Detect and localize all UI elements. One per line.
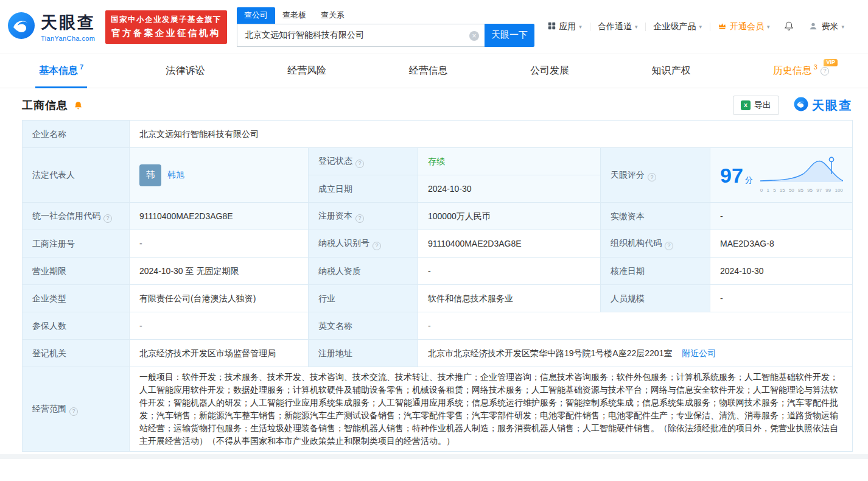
legal-rep-label: 法定代表人: [23, 148, 130, 203]
tab-risk[interactable]: 经营风险: [287, 54, 326, 88]
reg-authority-value: 北京经济技术开发区市场监督管理局: [130, 340, 309, 367]
tab-legal[interactable]: 法律诉讼: [166, 54, 205, 88]
tianyancha-logo[interactable]: 天眼查 TianYanCha.com: [7, 12, 96, 42]
legal-rep-link[interactable]: 韩旭: [167, 169, 184, 181]
tab-operation-label: 经营信息: [408, 65, 447, 77]
page-bottom-strip: [0, 454, 868, 459]
top-bar: 天眼查 TianYanCha.com 国家中小企业发展子基金旗下 官方备案企业征…: [0, 0, 868, 54]
company-detail-tabs: 基本信息 7 法律诉讼 经营风险 经营信息 公司发展 知识产权 VIP 历史信息…: [0, 54, 868, 88]
tianyancha-logo-icon: [794, 97, 808, 114]
tab-basic-count: 7: [80, 63, 83, 71]
company-type-value: 有限责任公司(台港澳法人独资): [130, 285, 309, 312]
nav-apps-label: 应用: [559, 21, 576, 32]
approval-date-value: 2024-10-30: [710, 258, 853, 285]
brand-watermark: 天眼查: [794, 97, 852, 114]
help-icon[interactable]: [665, 242, 673, 250]
reg-number-value: -: [130, 230, 309, 258]
crown-icon: [718, 21, 727, 32]
help-icon[interactable]: [373, 242, 381, 250]
paid-capital-label: 实缴资本: [601, 203, 710, 230]
est-date-label: 成立日期: [309, 175, 418, 203]
help-icon[interactable]: [355, 160, 364, 168]
nav-member-label: 开通会员: [730, 21, 764, 32]
taxpayer-id-label: 纳税人识别号: [309, 230, 418, 258]
score-number: 97分: [720, 165, 753, 186]
export-label: 导出: [754, 100, 771, 111]
section-header: 工商信息 导出 天眼查: [0, 88, 868, 119]
clear-icon[interactable]: [469, 31, 479, 41]
est-date-value: 2024-10-30: [418, 175, 601, 203]
nav-enterprise[interactable]: 企业级产品 ▾: [645, 21, 710, 32]
tab-basic-info[interactable]: 基本信息 7: [39, 54, 83, 88]
org-code-label: 组织机构代码: [601, 230, 710, 258]
search-box: [237, 24, 485, 47]
staff-size-label: 人员规模: [601, 285, 710, 312]
tab-basic-label: 基本信息: [39, 65, 78, 77]
tab-legal-label: 法律诉讼: [166, 65, 205, 77]
business-info-table: 企业名称 北京文远知行智能科技有限公司 法定代表人 韩 韩旭 登记状态 存续 天…: [22, 120, 853, 452]
bell-icon: [783, 21, 794, 33]
business-term-label: 营业期限: [23, 258, 130, 285]
tianyancha-logo-icon: [7, 12, 35, 42]
nav-open-member[interactable]: 开通会员 ▾: [710, 21, 778, 32]
score-axis-ticks: 015155085959799100: [760, 187, 843, 194]
staff-size-value: -: [710, 285, 853, 312]
logo-domain: TianYanCha.com: [41, 35, 96, 42]
search-tab-relation[interactable]: 查关系: [313, 7, 352, 24]
reg-status-label: 登记状态: [309, 148, 418, 175]
business-term-value: 2024-10-30 至 无固定期限: [130, 258, 309, 285]
tab-ip-label: 知识产权: [651, 65, 690, 77]
search-tab-boss[interactable]: 查老板: [275, 7, 313, 24]
chevron-down-icon: ▾: [699, 24, 702, 30]
tab-history-count: 3: [814, 63, 817, 71]
nav-enterprise-label: 企业级产品: [653, 21, 696, 32]
nearby-companies-link[interactable]: 附近公司: [682, 348, 716, 358]
grid-icon: [548, 22, 556, 32]
business-scope-value: 一般项目：软件开发；技术服务、技术开发、技术咨询、技术交流、技术转让、技术推广；…: [130, 367, 853, 452]
help-icon[interactable]: [69, 407, 78, 416]
export-button[interactable]: 导出: [733, 96, 779, 115]
monitor-bell-button[interactable]: [73, 100, 83, 111]
search-input[interactable]: [237, 24, 485, 46]
help-icon[interactable]: [103, 214, 112, 223]
help-icon[interactable]: [648, 173, 656, 181]
user-icon: [808, 21, 818, 33]
logo-text: 天眼查 TianYanCha.com: [41, 12, 96, 42]
score-label: 天眼评分: [601, 148, 710, 203]
notification-bell-button[interactable]: [777, 21, 800, 33]
taxpayer-quality-value: -: [418, 258, 601, 285]
legal-rep-value: 韩 韩旭: [130, 148, 309, 203]
nav-user-label: 费米: [821, 21, 838, 32]
tab-development-label: 公司发展: [530, 65, 569, 77]
company-type-label: 企业类型: [23, 285, 130, 312]
chevron-down-icon: ▾: [635, 24, 638, 30]
nav-apps[interactable]: 应用 ▾: [540, 21, 590, 32]
reg-capital-value: 100000万人民币: [418, 203, 601, 230]
tab-development[interactable]: 公司发展: [530, 54, 569, 88]
business-scope-label: 经营范围: [23, 367, 130, 452]
nav-user-account[interactable]: 费米 ▾: [800, 21, 852, 33]
tab-ip[interactable]: 知识产权: [651, 54, 690, 88]
paid-capital-value: -: [710, 203, 853, 230]
tab-history[interactable]: VIP 历史信息 3: [773, 54, 829, 88]
help-icon[interactable]: [821, 67, 829, 75]
legal-rep-avatar[interactable]: 韩: [139, 164, 161, 186]
insured-count-label: 参保人数: [23, 312, 130, 340]
insured-count-value: -: [130, 312, 309, 340]
company-name-label: 企业名称: [23, 121, 130, 148]
help-icon[interactable]: [355, 214, 364, 223]
org-code-value: MAE2D3AG-8: [710, 230, 853, 258]
search-tab-company[interactable]: 查公司: [237, 7, 275, 24]
tab-operation[interactable]: 经营信息: [408, 54, 447, 88]
english-name-label: 英文名称: [309, 312, 418, 340]
gov-badge-line1: 国家中小企业发展子基金旗下: [111, 15, 222, 25]
logo-name: 天眼查: [41, 12, 96, 33]
nav-partner-label: 合作通道: [598, 21, 632, 32]
reg-capital-label: 注册资本: [309, 203, 418, 230]
english-name-value: -: [418, 312, 853, 340]
search-button[interactable]: 天眼一下: [485, 24, 534, 47]
taxpayer-quality-label: 纳税人资质: [309, 258, 418, 285]
nav-partner[interactable]: 合作通道 ▾: [590, 21, 646, 32]
company-name-value: 北京文远知行智能科技有限公司: [130, 121, 853, 148]
reg-address-value: 北京市北京经济技术开发区荣华中路19号院1号楼A座22层2201室 附近公司: [418, 340, 853, 367]
